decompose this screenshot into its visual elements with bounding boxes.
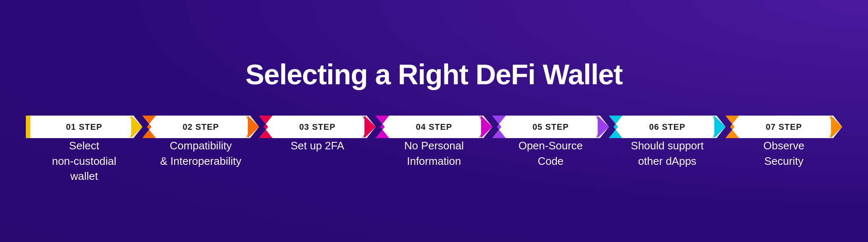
step-description-1: Select non-custodial wallet: [52, 138, 117, 184]
step-item-5: 05 STEPOpen-Source Code: [492, 116, 609, 169]
step-description-2: Compatibility & Interoperability: [160, 138, 241, 169]
step-arrow-3: 03 STEP: [259, 116, 376, 138]
step-label-7: 07 STEP: [726, 122, 842, 132]
step-label-1: 01 STEP: [26, 122, 142, 132]
step-label-2: 02 STEP: [142, 122, 259, 132]
step-description-3: Set up 2FA: [291, 138, 344, 153]
step-arrow-6: 06 STEP: [609, 116, 726, 138]
step-item-3: 03 STEPSet up 2FA: [259, 116, 376, 153]
page-container: Selecting a Right DeFi Wallet 01 STEPSel…: [0, 0, 868, 242]
step-arrow-7: 07 STEP: [726, 116, 842, 138]
step-label-3: 03 STEP: [259, 122, 376, 132]
step-description-7: Observe Security: [763, 138, 804, 169]
step-item-6: 06 STEPShould support other dApps: [609, 116, 726, 169]
step-arrow-1: 01 STEP: [26, 116, 142, 138]
step-item-2: 02 STEPCompatibility & Interoperability: [142, 116, 259, 169]
step-label-4: 04 STEP: [376, 122, 492, 132]
step-label-5: 05 STEP: [492, 122, 609, 132]
step-description-4: No Personal Information: [404, 138, 464, 169]
step-item-7: 07 STEPObserve Security: [726, 116, 842, 169]
step-arrow-2: 02 STEP: [142, 116, 259, 138]
step-label-6: 06 STEP: [609, 122, 726, 132]
page-title: Selecting a Right DeFi Wallet: [245, 58, 623, 91]
step-arrow-4: 04 STEP: [376, 116, 492, 138]
steps-container: 01 STEPSelect non-custodial wallet02 STE…: [25, 116, 843, 184]
step-description-6: Should support other dApps: [631, 138, 704, 169]
step-description-5: Open-Source Code: [519, 138, 583, 169]
step-item-4: 04 STEPNo Personal Information: [376, 116, 492, 169]
step-arrow-5: 05 STEP: [492, 116, 609, 138]
step-item-1: 01 STEPSelect non-custodial wallet: [26, 116, 142, 184]
